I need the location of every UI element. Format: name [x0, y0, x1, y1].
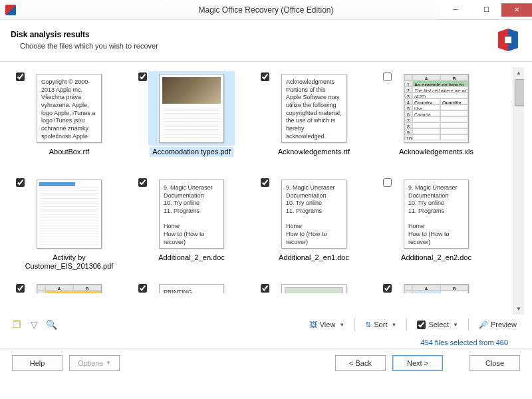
options-label: Options	[78, 359, 103, 367]
select-button[interactable]: Select▼	[412, 319, 463, 331]
file-checkbox[interactable]	[383, 178, 392, 187]
file-checkbox[interactable]	[383, 284, 392, 293]
filter-icon[interactable]: ▽	[28, 319, 40, 331]
brand-icon	[495, 27, 521, 53]
window-close-button[interactable]: ✕	[501, 3, 532, 17]
file-grid[interactable]: Copyright © 2000-2013 Apple Inc. Všechna…	[8, 67, 513, 315]
file-name: Accomodation types.pdf	[150, 147, 233, 157]
file-checkbox[interactable]	[138, 178, 147, 187]
file-item[interactable]: AB123	[376, 280, 496, 295]
file-item[interactable]: 9. Magic Uneraser Documentation10. Try o…	[132, 174, 251, 277]
file-thumbnail[interactable]: Acknowledgments Portions of this Apple S…	[271, 71, 357, 146]
file-item[interactable]: Copyright © 2000-2013 Apple Inc. Všechna…	[9, 68, 129, 172]
view-button[interactable]: 🖼View▼	[305, 319, 350, 331]
help-button[interactable]: Help	[12, 355, 63, 371]
sort-button[interactable]: ⇅Sort▼	[360, 319, 401, 331]
file-checkbox[interactable]	[261, 284, 269, 293]
file-name: Additional_2_en.doc	[156, 253, 227, 263]
file-name: AboutBox.rtf	[47, 147, 92, 157]
file-thumbnail[interactable]	[26, 177, 112, 251]
page-title: Disk analysis results	[11, 30, 495, 39]
separator	[406, 319, 407, 331]
file-checkbox[interactable]	[261, 72, 269, 81]
file-checkbox[interactable]	[16, 178, 25, 187]
file-thumbnail[interactable]: AB1Demo Template For R2	[26, 283, 112, 293]
file-checkbox[interactable]	[261, 178, 269, 187]
chevron-down-icon: ▼	[453, 322, 458, 328]
close-button[interactable]: Close	[469, 355, 520, 371]
toolbar: ❐ ▽ 🔍 🖼View▼ ⇅Sort▼ Select▼ 🔎Preview	[8, 315, 524, 334]
chevron-down-icon: ▼	[106, 360, 111, 366]
file-checkbox[interactable]	[138, 284, 147, 293]
file-item[interactable]: PRINTING, PREVIEWING AND	[132, 280, 251, 295]
file-item[interactable]: Activity by Customer_EIS_201306.pdf	[9, 174, 129, 277]
file-checkbox[interactable]	[383, 72, 392, 81]
file-thumbnail[interactable]: 9. Magic Uneraser Documentation10. Try o…	[271, 177, 357, 251]
preview-label: Preview	[491, 321, 517, 329]
file-name: Acknowledgements.rtf	[275, 147, 352, 157]
preview-button[interactable]: 🔎Preview	[474, 319, 521, 331]
file-item[interactable]: AB 1An example on how to 2The first cell…	[376, 68, 496, 172]
file-item[interactable]: Acknowledgments Portions of this Apple S…	[254, 68, 374, 172]
back-button[interactable]: < Back	[335, 355, 386, 371]
file-checkbox[interactable]	[16, 72, 25, 81]
file-item[interactable]: Accomodation types.pdf	[132, 68, 251, 172]
file-item[interactable]: 9. Magic Uneraser Documentation10. Try o…	[254, 174, 374, 277]
file-thumbnail[interactable]: PRINTING, PREVIEWING AND	[148, 283, 235, 293]
file-thumbnail[interactable]: AB123	[393, 283, 479, 293]
separator	[468, 319, 469, 331]
window-minimize-button[interactable]: ─	[440, 3, 471, 17]
file-item[interactable]: AB1Demo Template For R2	[9, 280, 129, 295]
file-thumbnail[interactable]: 9. Magic Uneraser Documentation10. Try o…	[148, 177, 235, 251]
file-checkbox[interactable]	[138, 72, 147, 81]
next-button[interactable]: Next >	[392, 355, 443, 371]
file-name: Acknowledgements.xls	[396, 147, 476, 157]
scrollbar[interactable]: ▲ ▼	[513, 67, 524, 315]
file-checkbox[interactable]	[16, 284, 25, 293]
file-thumbnail[interactable]: AB 1An example on how to 2The first cell…	[393, 71, 479, 146]
separator	[354, 319, 355, 331]
chevron-down-icon: ▼	[391, 322, 396, 328]
file-name: Activity by Customer_EIS_201306.pdf	[13, 253, 126, 271]
window-maximize-button[interactable]: ☐	[471, 3, 501, 17]
scroll-up-icon[interactable]: ▲	[513, 67, 524, 78]
footer: Help Options ▼ < Back Next > Close	[0, 348, 532, 377]
chevron-down-icon: ▼	[339, 322, 344, 328]
sort-label: Sort	[374, 321, 387, 329]
file-thumbnail[interactable]	[271, 283, 357, 293]
view-label: View	[320, 321, 336, 329]
stack-icon[interactable]: ❐	[11, 319, 23, 331]
window-titlebar: Magic Office Recovery (Office Edition) ─…	[0, 0, 532, 20]
wizard-header: Disk analysis results Choose the files w…	[0, 20, 532, 62]
file-item[interactable]: 9. Magic Uneraser Documentation10. Try o…	[376, 174, 496, 277]
select-checkbox-icon	[417, 321, 426, 329]
page-subtitle: Choose the files which you wish to recov…	[20, 42, 495, 50]
app-icon	[5, 5, 16, 15]
file-item[interactable]	[254, 280, 374, 295]
magnify-icon[interactable]: 🔍	[45, 319, 57, 331]
file-name: Additional_2_en1.doc	[276, 253, 352, 263]
file-thumbnail[interactable]	[148, 71, 235, 146]
scroll-down-icon[interactable]: ▼	[513, 303, 524, 315]
file-thumbnail[interactable]: 9. Magic Uneraser Documentation10. Try o…	[393, 177, 479, 251]
select-label: Select	[428, 321, 449, 329]
file-name: Additional_2_en2.doc	[398, 253, 474, 263]
scrollbar-thumb[interactable]	[515, 79, 524, 106]
status-text: 454 files selected from 460	[8, 334, 524, 348]
file-thumbnail[interactable]: Copyright © 2000-2013 Apple Inc. Všechna…	[26, 71, 112, 146]
options-button[interactable]: Options ▼	[69, 355, 120, 371]
